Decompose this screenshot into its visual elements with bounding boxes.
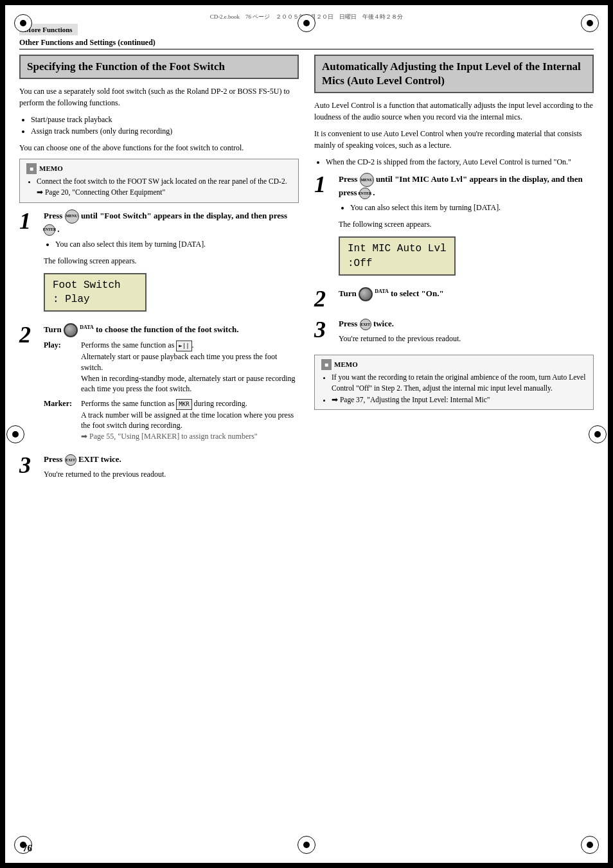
func-desc-marker-1: Performs the same function as MKR during… [81,398,299,410]
reg-mark-bc [298,836,315,854]
list-item: Connect the foot switch to the FOOT SW j… [37,176,292,199]
right-column: Automatically Adjusting the Input Level … [314,55,594,490]
left-outro: You can choose one of the above function… [19,142,299,154]
subheader: Other Functions and Settings (continued) [19,38,594,49]
left-bullet-list: Start/pause track playback Assign track … [31,114,299,137]
func-row-marker: Marker: Performs the same function as MK… [44,398,299,442]
data-label: DATA [80,324,93,330]
right-step1: 1 Press MENU until "Int MIC Auto Lvl" ap… [314,173,594,279]
func-desc-play-1: Performs the same function as ►||. [81,340,299,351]
right-exit-button-icon: EXIT [360,319,371,330]
step1-header: Press MENU until "Foot Switch" appears i… [44,209,299,236]
right-step-number-2: 2 [314,287,332,310]
right-data-label: DATA [375,288,388,294]
left-border [0,0,5,868]
play-icon: ►|| [176,341,191,351]
func-desc-play-3: When in recording-standby mode, alternat… [81,373,299,395]
reg-mark-br [581,836,599,854]
reg-mark-tl [14,14,32,32]
bottom-border [0,863,613,868]
list-item: Assign track numbers (only during record… [31,125,299,137]
page-number: 76 [22,843,32,854]
list-item: Start/pause track playback [31,114,299,125]
left-step1: 1 Press MENU until "Foot Switch" appears… [19,209,299,316]
right-border [608,0,613,868]
step1-content: Press MENU until "Foot Switch" appears i… [44,209,299,316]
left-intro: You can use a separately sold foot switc… [19,85,299,109]
left-step3: 3 Press EXIT EXIT twice. You're returned… [19,454,299,483]
right-memo-icon: ■ [321,359,332,370]
right-step2-header: Turn DATA to select "On." [339,287,594,301]
right-intro1: Auto Level Control is a function that au… [314,100,594,123]
right-menu-button-icon: MENU [360,173,374,187]
lcd-display-right: Int MIC Auto Lvl :Off [339,236,456,276]
left-column: Specifying the Function of the Foot Swit… [19,55,299,490]
right-intro2: It is convenient to use Auto Level Contr… [314,128,594,151]
left-memo-title: ■ MEMO [26,163,292,174]
right-memo-box: ■ MEMO If you want the recording to reta… [314,355,594,410]
exit-button-icon: EXIT [65,454,76,466]
content-area: CD-2.e.book 76 ページ ２００５年２月２０日 日曜日 午後４時２８… [19,13,594,490]
func-desc-play-2: Alternately start or pause playback each… [81,351,299,373]
func-desc-marker-2: A track number will be assigned at the t… [81,410,299,432]
right-lcd-line1: Int MIC Auto Lvl [348,242,447,256]
right-step2-content: Turn DATA to select "On." [339,287,594,304]
left-step2: 2 Turn DATA to choose the function of th… [19,323,299,446]
right-step1-content: Press MENU until "Int MIC Auto Lvl" appe… [339,173,594,279]
step-number-1: 1 [19,209,37,233]
list-item: ➡ Page 37, "Adjusting the Input Level: I… [332,394,587,405]
left-memo-box: ■ MEMO Connect the foot switch to the FO… [19,159,299,203]
right-memo-title: ■ MEMO [321,359,587,370]
list-item: You can also select this item by turning… [55,238,299,250]
data-knob-icon [64,323,78,337]
page-container: CD-2.e.book 76 ページ ２００５年２月２０日 日曜日 午後４時２８… [0,0,613,868]
right-step-number-3: 3 [314,318,332,341]
left-section-title: Specifying the Function of the Foot Swit… [19,55,299,79]
two-column-layout: Specifying the Function of the Foot Swit… [19,55,594,490]
right-step1-bullets: You can also select this item by turning… [350,202,594,213]
list-item: When the CD-2 is shipped from the factor… [326,156,594,168]
marker-icon: MKR [176,399,191,410]
reg-mark-lc [6,425,24,443]
right-bullet-list: When the CD-2 is shipped from the factor… [326,156,594,168]
func-desc-marker: Performs the same function as MKR during… [81,398,299,442]
step1-bullets: You can also select this item by turning… [55,238,299,250]
right-step2: 2 Turn DATA to select "On." [314,287,594,310]
right-lcd-line2: :Off [348,256,447,270]
step-number-3: 3 [19,454,37,477]
step1-screen-label: The following screen appears. [44,255,299,267]
reg-mark-tr [581,14,599,32]
func-desc-play: Performs the same function as ►||. Alter… [81,340,299,394]
right-step3-desc: You're returned to the previous readout. [339,333,594,344]
right-step3-content: Press EXIT twice. You're returned to the… [339,318,594,347]
right-section-title: Automatically Adjusting the Input Level … [314,55,594,93]
right-step3-header: Press EXIT twice. [339,318,594,330]
right-step1-header: Press MENU until "Int MIC Auto Lvl" appe… [339,173,594,199]
func-label-play: Play: [44,340,76,394]
right-step-number-1: 1 [314,173,332,196]
top-border [0,0,613,5]
step3-desc: You're returned to the previous readout. [44,468,299,480]
step2-content: Turn DATA to choose the function of the … [44,323,299,446]
step2-header: Turn DATA to choose the function of the … [44,323,299,337]
step3-content: Press EXIT EXIT twice. You're returned t… [44,454,299,483]
list-item: You can also select this item by turning… [350,202,594,213]
menu-button-icon: MENU [65,209,79,224]
right-enter-button-icon: ENTER [359,188,371,199]
lcd-line2: : Play [53,292,138,306]
right-step1-screen-label: The following screen appears. [339,218,594,230]
lcd-display-left: Foot Switch : Play [44,273,147,312]
enter-button-icon: ENTER [44,224,55,236]
list-item: If you want the recording to retain the … [332,372,587,394]
right-data-knob-icon [359,287,373,301]
step-number-2: 2 [19,323,37,346]
step3-header: Press EXIT EXIT twice. [44,454,299,466]
reg-mark-tc [298,14,315,32]
func-row-play: Play: Performs the same function as ►||.… [44,340,299,394]
memo-icon: ■ [26,163,37,174]
right-memo-list: If you want the recording to retain the … [332,372,587,405]
lcd-line1: Foot Switch [53,278,138,292]
func-label-marker: Marker: [44,398,76,442]
func-desc-marker-ref: ➡ Page 55, "Using [MARKER] to assign tra… [81,431,299,442]
right-step3: 3 Press EXIT twice. You're returned to t… [314,318,594,347]
